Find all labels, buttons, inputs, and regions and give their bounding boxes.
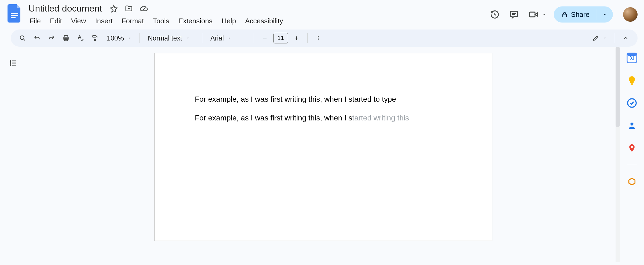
account-avatar[interactable] bbox=[623, 7, 638, 22]
svg-rect-28 bbox=[631, 83, 633, 85]
menu-extensions[interactable]: Extensions bbox=[174, 15, 217, 27]
svg-rect-13 bbox=[94, 39, 96, 41]
toolbar-separator bbox=[140, 33, 140, 43]
document-canvas[interactable]: For example, as I was first writing this… bbox=[27, 47, 620, 262]
share-dropdown[interactable] bbox=[599, 12, 610, 17]
more-formatting-icon[interactable] bbox=[312, 32, 325, 45]
side-panel-separator bbox=[627, 165, 637, 165]
redo-icon[interactable] bbox=[45, 32, 58, 45]
svg-rect-5 bbox=[529, 12, 535, 17]
svg-point-20 bbox=[10, 60, 11, 61]
svg-point-17 bbox=[318, 36, 319, 37]
outline-icon[interactable] bbox=[8, 57, 19, 69]
toolbar: 100% Normal text Arial bbox=[11, 30, 638, 47]
increase-font-icon[interactable] bbox=[290, 32, 303, 45]
font-size-input[interactable] bbox=[273, 33, 288, 43]
tasks-app-icon[interactable] bbox=[626, 97, 638, 109]
svg-rect-1 bbox=[11, 15, 18, 16]
main-area: For example, as I was first writing this… bbox=[0, 47, 644, 262]
menu-view[interactable]: View bbox=[67, 15, 90, 27]
svg-point-24 bbox=[10, 65, 11, 65]
chevron-down-icon bbox=[228, 36, 231, 40]
chevron-down-icon bbox=[542, 12, 546, 17]
contacts-app-icon[interactable] bbox=[626, 120, 638, 131]
comments-icon[interactable] bbox=[508, 9, 520, 20]
svg-rect-2 bbox=[11, 17, 16, 18]
doc-line-2-suggestion: tarted writing this bbox=[352, 114, 409, 122]
history-icon[interactable] bbox=[489, 9, 501, 20]
docs-logo[interactable] bbox=[6, 3, 23, 24]
vertical-scrollbar[interactable] bbox=[616, 47, 620, 262]
meet-button[interactable] bbox=[528, 9, 546, 20]
svg-point-31 bbox=[631, 146, 633, 148]
svg-line-8 bbox=[23, 39, 25, 40]
document-title[interactable]: Untitled document bbox=[27, 3, 104, 14]
toolbar-row: 100% Normal text Arial bbox=[0, 27, 644, 47]
toolbar-separator bbox=[254, 33, 254, 43]
svg-rect-0 bbox=[11, 13, 18, 14]
left-rail bbox=[0, 47, 27, 262]
calendar-day-label: 31 bbox=[630, 56, 634, 61]
share-button-main: Share bbox=[561, 10, 590, 19]
font-select[interactable]: Arial bbox=[207, 32, 250, 45]
doc-line-1[interactable]: For example, as I was first writing this… bbox=[195, 94, 452, 105]
menu-format[interactable]: Format bbox=[118, 15, 148, 27]
menu-bar: File Edit View Insert Format Tools Exten… bbox=[25, 15, 489, 27]
share-button[interactable]: Share bbox=[554, 6, 613, 23]
svg-rect-6 bbox=[563, 14, 566, 17]
menu-edit[interactable]: Edit bbox=[46, 15, 66, 27]
spellcheck-icon[interactable] bbox=[74, 32, 87, 45]
paragraph-style-value: Normal text bbox=[148, 34, 182, 42]
addons-app-icon[interactable] bbox=[626, 176, 638, 187]
toolbar-separator bbox=[307, 33, 308, 43]
chevron-down-icon bbox=[603, 36, 607, 40]
svg-rect-27 bbox=[627, 53, 637, 56]
doc-line-2[interactable]: For example, as I was first writing this… bbox=[195, 112, 452, 124]
share-label: Share bbox=[571, 10, 590, 19]
calendar-app-icon[interactable]: 31 bbox=[626, 52, 638, 64]
menu-file[interactable]: File bbox=[25, 15, 45, 27]
undo-icon[interactable] bbox=[31, 32, 43, 45]
chevron-down-icon bbox=[602, 12, 607, 17]
cloud-saved-icon[interactable] bbox=[139, 4, 149, 13]
svg-point-19 bbox=[318, 39, 319, 41]
maps-app-icon[interactable] bbox=[626, 142, 638, 154]
scrollbar-thumb[interactable] bbox=[616, 47, 620, 127]
video-icon bbox=[528, 9, 539, 20]
paragraph-style-select[interactable]: Normal text bbox=[144, 32, 198, 45]
doc-line-2-typed: For example, as I was first writing this… bbox=[195, 114, 352, 122]
side-panel: 31 bbox=[620, 47, 644, 262]
header-right: Share bbox=[489, 3, 638, 23]
svg-point-22 bbox=[10, 62, 11, 63]
menu-accessibility[interactable]: Accessibility bbox=[241, 15, 287, 27]
keep-app-icon[interactable] bbox=[626, 75, 638, 86]
editing-mode-select[interactable] bbox=[588, 32, 610, 45]
zoom-value: 100% bbox=[107, 34, 124, 42]
font-size-group bbox=[258, 32, 303, 45]
share-divider bbox=[596, 9, 596, 20]
svg-rect-12 bbox=[93, 35, 96, 37]
menu-tools[interactable]: Tools bbox=[149, 15, 174, 27]
pencil-icon bbox=[592, 35, 599, 42]
zoom-select[interactable]: 100% bbox=[103, 32, 135, 45]
search-icon[interactable] bbox=[16, 32, 29, 45]
star-icon[interactable] bbox=[109, 4, 119, 13]
header-center: Untitled document File Edit View Insert … bbox=[25, 3, 489, 27]
svg-point-18 bbox=[318, 38, 319, 39]
page[interactable]: For example, as I was first writing this… bbox=[154, 53, 492, 241]
menu-insert[interactable]: Insert bbox=[91, 15, 117, 27]
title-row: Untitled document bbox=[25, 3, 489, 14]
paint-format-icon[interactable] bbox=[89, 32, 101, 45]
menu-help[interactable]: Help bbox=[217, 15, 240, 27]
app-header: Untitled document File Edit View Insert … bbox=[0, 0, 644, 27]
print-icon[interactable] bbox=[60, 32, 72, 45]
chevron-down-icon bbox=[128, 36, 131, 40]
lock-icon bbox=[561, 11, 568, 18]
svg-point-7 bbox=[20, 36, 24, 39]
font-value: Arial bbox=[210, 34, 224, 42]
collapse-toolbar-icon[interactable] bbox=[619, 32, 632, 45]
move-icon[interactable] bbox=[124, 4, 134, 13]
decrease-font-icon[interactable] bbox=[258, 32, 271, 45]
svg-point-30 bbox=[630, 123, 633, 126]
toolbar-separator bbox=[202, 33, 202, 43]
